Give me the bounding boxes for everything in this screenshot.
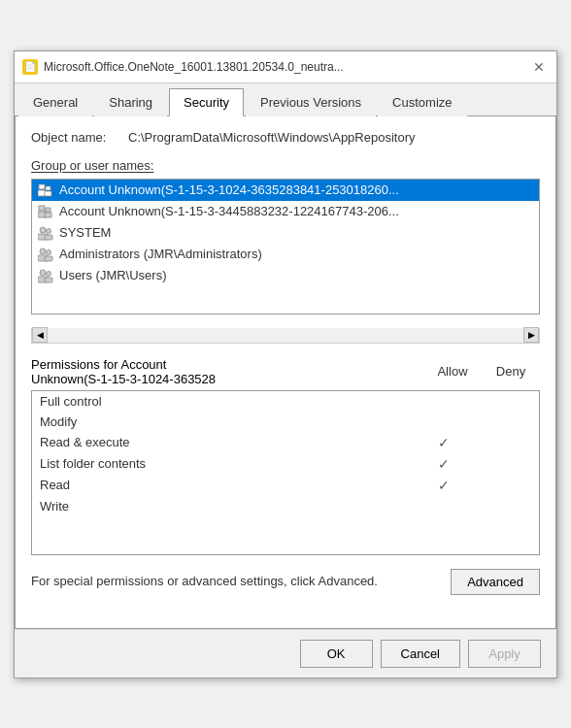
svg-rect-0 [39,184,45,189]
perm-label: Read & execute [40,435,415,449]
user-icon [38,247,53,262]
title-bar: 📄 Microsoft.Office.OneNote_16001.13801.2… [15,51,556,83]
table-row[interactable]: Read ✓ [32,475,539,496]
perm-name-col: Permissions for Account Unknown(S-1-15-3… [31,357,423,386]
svg-rect-15 [45,256,52,261]
tab-security[interactable]: Security [169,88,244,116]
user-item-text: Account Unknown(S-1-15-3-3445883232-1224… [59,204,399,218]
tab-sharing[interactable]: Sharing [94,88,167,116]
table-row[interactable]: List folder contents ✓ [32,453,539,475]
object-name-label: Object name: [31,130,128,145]
object-name-row: Object name: C:\ProgramData\Microsoft\Wi… [31,130,540,145]
perm-allow-check: ✓ [415,478,473,493]
svg-point-16 [40,270,46,276]
apply-button[interactable]: Apply [468,640,541,668]
svg-rect-6 [46,208,50,212]
permissions-columns: Permissions for Account Unknown(S-1-15-3… [31,357,540,386]
svg-point-18 [47,271,51,276]
perm-label: Write [40,499,415,513]
scroll-track[interactable] [48,328,523,343]
perm-allow-check: ✓ [415,456,473,472]
user-item-text: SYSTEM [59,225,111,240]
ok-button[interactable]: OK [300,640,373,668]
svg-rect-2 [46,186,50,190]
list-item[interactable]: Account Unknown(S-1-15-3-3445883232-1224… [32,201,539,222]
svg-rect-11 [45,235,52,240]
file-icon: 📄 [22,59,38,75]
content-panel: Object name: C:\ProgramData\Microsoft\Wi… [15,116,556,629]
advanced-row: For special permissions or advanced sett… [31,569,540,595]
user-item-text: Administrators (JMR\Administrators) [59,247,262,261]
user-item-text: Users (JMR\Users) [59,268,167,282]
advanced-text: For special permissions or advanced sett… [31,572,451,591]
perm-label: Read [40,478,415,492]
table-row[interactable]: Modify [32,412,539,432]
group-icon [38,204,53,219]
close-button[interactable]: ✕ [529,57,549,77]
cancel-button[interactable]: Cancel [381,640,460,668]
title-bar-left: 📄 Microsoft.Office.OneNote_16001.13801.2… [22,59,344,75]
svg-rect-3 [45,191,51,196]
list-item[interactable]: Administrators (JMR\Administrators) [32,244,539,265]
permissions-title-line2: Unknown(S-1-15-3-1024-363528 [31,372,423,386]
svg-rect-19 [45,278,52,282]
list-item[interactable]: Users (JMR\Users) [32,265,539,286]
list-item[interactable]: SYSTEM [32,222,539,244]
perm-label: Modify [40,414,415,429]
perm-allow-check: ✓ [415,435,473,450]
svg-rect-7 [45,213,51,217]
user-list[interactable]: Account Unknown(S-1-15-3-1024-3635283841… [31,179,540,314]
group-section-label: Group or user names: [31,158,540,173]
scroll-right-button[interactable]: ▶ [523,327,539,343]
object-name-value: C:\ProgramData\Microsoft\Windows\AppRepo… [128,130,416,145]
list-item[interactable]: Account Unknown(S-1-15-3-1024-3635283841… [32,180,539,201]
perm-label: Full control [40,394,415,409]
group-icon [38,182,53,198]
svg-point-10 [47,228,51,233]
perm-label: List folder contents [40,456,415,471]
advanced-button[interactable]: Advanced [451,569,540,595]
svg-rect-4 [39,206,45,211]
user-item-text: Account Unknown(S-1-15-3-1024-3635283841… [59,182,399,197]
dialog: 📄 Microsoft.Office.OneNote_16001.13801.2… [14,50,557,678]
title-text: Microsoft.Office.OneNote_16001.13801.205… [44,60,344,74]
table-row[interactable]: Write [32,496,539,516]
svg-point-8 [40,227,46,233]
table-row[interactable]: Read & execute ✓ [32,432,539,453]
svg-point-12 [40,248,46,254]
horizontal-scrollbar[interactable]: ◀ ▶ [31,328,540,344]
tab-customize[interactable]: Customize [378,88,466,116]
tab-bar: General Sharing Security Previous Versio… [15,83,556,116]
svg-point-14 [47,249,51,254]
footer: OK Cancel Apply [15,629,556,678]
permissions-table[interactable]: Full control Modify Read & execute ✓ Lis… [31,390,540,555]
table-row[interactable]: Full control [32,391,539,412]
permissions-header: Permissions for Account Unknown(S-1-15-3… [31,357,540,386]
tab-previous-versions[interactable]: Previous Versions [246,88,376,116]
scroll-left-button[interactable]: ◀ [32,327,48,343]
user-icon [38,268,53,283]
user-icon [38,225,53,241]
tab-general[interactable]: General [18,88,92,116]
permissions-title-line1: Permissions for Account [31,357,423,372]
perm-allow-header: Allow [423,364,482,379]
perm-deny-header: Deny [482,364,540,379]
